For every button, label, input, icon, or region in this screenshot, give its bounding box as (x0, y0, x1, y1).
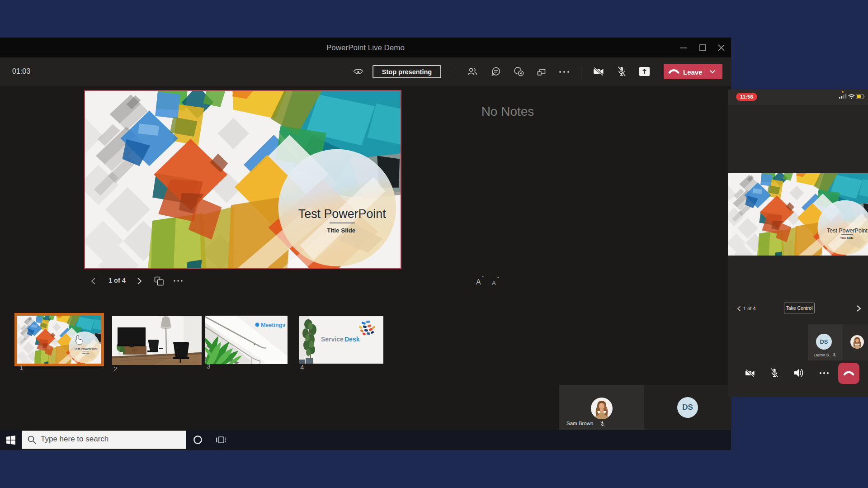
svg-text:Test PowerPoint: Test PowerPoint (298, 207, 386, 221)
svg-text:Desk: Desk (344, 336, 360, 343)
svg-text:Service: Service (321, 336, 344, 343)
svg-text:Title Slide: Title Slide (327, 227, 355, 234)
svg-text:Meetings: Meetings (261, 322, 285, 328)
